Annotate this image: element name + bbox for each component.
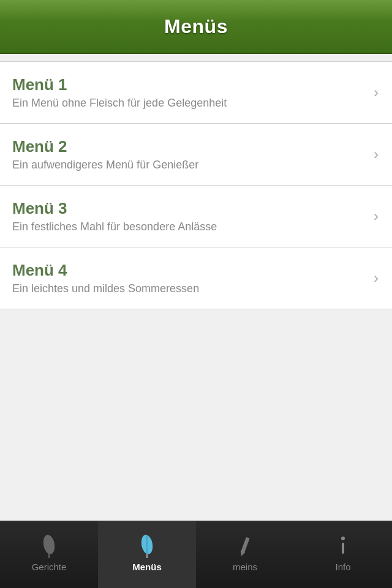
menu-item-2-title: Menü 2 <box>12 137 355 156</box>
tab-gerichte[interactable]: Gerichte <box>0 521 98 588</box>
menu-item-2-subtitle: Ein aufwendigeres Menü für Genießer <box>12 159 355 172</box>
menu-item-3[interactable]: Menü 3Ein festliches Mahl für besondere … <box>0 186 392 247</box>
menu-item-2[interactable]: Menü 2Ein aufwendigeres Menü für Genieße… <box>0 124 392 186</box>
tab-bar: Gerichte Menüs meins In <box>0 521 392 588</box>
tab-menus[interactable]: Menüs <box>98 521 196 588</box>
chevron-right-icon: › <box>374 208 379 225</box>
content-area: Menü 1Ein Menü ohne Fleisch für jede Gel… <box>0 61 392 309</box>
svg-rect-8 <box>342 543 344 554</box>
chevron-right-icon: › <box>374 270 379 287</box>
pencil-icon <box>234 532 256 559</box>
tab-menus-label: Menüs <box>132 562 162 572</box>
menu-item-3-subtitle: Ein festliches Mahl für besondere Anläss… <box>12 221 355 233</box>
menu-item-4-title: Menü 4 <box>12 261 355 280</box>
tab-meins-label: meins <box>233 562 257 572</box>
menu-item-1-title: Menü 1 <box>12 75 355 94</box>
menu-item-4-subtitle: Ein leichtes und mildes Sommeressen <box>12 282 355 295</box>
leaf-blue-icon <box>136 532 158 559</box>
svg-point-0 <box>42 534 56 556</box>
menu-item-3-title: Menü 3 <box>12 199 355 218</box>
svg-rect-5 <box>241 537 250 553</box>
leaf-gray-icon <box>38 532 60 559</box>
menu-item-4[interactable]: Menü 4Ein leichtes und mildes Sommeresse… <box>0 247 392 309</box>
menu-item-1[interactable]: Menü 1Ein Menü ohne Fleisch für jede Gel… <box>0 61 392 124</box>
menu-item-1-subtitle: Ein Menü ohne Fleisch für jede Gelegenhe… <box>12 97 355 110</box>
tab-info[interactable]: Info <box>294 521 392 588</box>
svg-point-7 <box>341 537 345 540</box>
chevron-right-icon: › <box>374 146 379 163</box>
app-header: Menüs <box>0 0 392 54</box>
tab-gerichte-label: Gerichte <box>32 562 67 572</box>
page-title: Menüs <box>164 15 228 38</box>
tab-info-label: Info <box>335 562 350 572</box>
tab-meins[interactable]: meins <box>196 521 294 588</box>
info-icon <box>332 532 354 559</box>
chevron-right-icon: › <box>374 84 379 101</box>
